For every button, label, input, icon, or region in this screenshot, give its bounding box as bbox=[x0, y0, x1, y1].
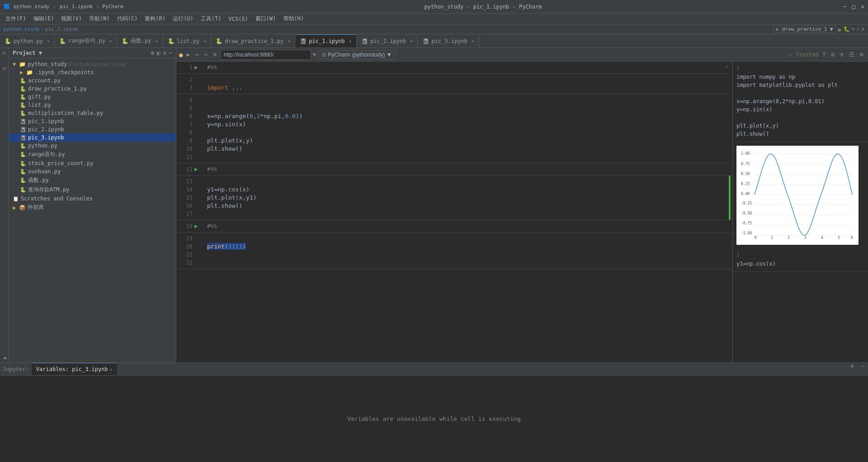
tree-root[interactable]: ▼ 📁 python_study D:\study\python_study bbox=[9, 60, 176, 68]
close-sidebar-icon[interactable]: − bbox=[169, 50, 172, 56]
tab-python-py[interactable]: 🐍 python.py ✕ bbox=[0, 34, 55, 48]
tree-func-py[interactable]: 🐍 函数.py bbox=[9, 176, 176, 185]
settings-btn[interactable]: ⚙ bbox=[830, 50, 837, 59]
svg-text:1: 1 bbox=[771, 236, 773, 240]
run-cell-3[interactable] bbox=[194, 94, 203, 98]
tab-range-py[interactable]: 🐍 range语句.py ✕ bbox=[55, 34, 117, 48]
run-cell-5[interactable] bbox=[194, 176, 203, 179]
menu-window[interactable]: 窗口(W) bbox=[253, 14, 279, 24]
tree-atm-py[interactable]: 🐍 查询存款ATM.py bbox=[9, 185, 176, 195]
close-button[interactable]: ✕ bbox=[861, 3, 864, 10]
cell-5-content[interactable]: y1=np.cos(x) plt.plot(x,y1) plt.show() bbox=[203, 176, 729, 220]
project-icon[interactable]: P bbox=[2, 50, 7, 56]
format-btn[interactable]: T bbox=[821, 50, 828, 59]
tree-draw-py[interactable]: 🐍 draw_practice_1.py bbox=[9, 85, 176, 93]
menu-tools[interactable]: 工具(T) bbox=[198, 14, 224, 24]
run-cell-1[interactable]: ▶ bbox=[194, 62, 203, 73]
list-btn[interactable]: ☰ bbox=[847, 50, 856, 59]
locate-icon[interactable]: ⊕ bbox=[151, 50, 154, 56]
more-actions-button[interactable]: ≡ bbox=[861, 26, 864, 32]
cell-2-content[interactable]: import ... bbox=[203, 74, 732, 94]
bottom-settings-icon[interactable]: ⚙ bbox=[847, 363, 858, 375]
redo-btn[interactable]: ↪ bbox=[203, 50, 210, 59]
collapse-icon[interactable]: ◧ bbox=[157, 50, 160, 56]
tree-gift-py[interactable]: 🐍 gift.py bbox=[9, 93, 176, 101]
tree-pic1-ipynb[interactable]: 📓 pic_1.ipynb bbox=[9, 117, 176, 125]
debug-button[interactable]: 🐛 bbox=[844, 26, 850, 32]
menu-code[interactable]: 代码(C) bbox=[114, 14, 141, 24]
close-icon[interactable]: ✕ bbox=[288, 38, 290, 43]
kernel-button[interactable]: ⊙ PyCharm (pythonstudy) ▼ bbox=[318, 50, 396, 59]
coverage-button[interactable]: ☂ bbox=[852, 26, 855, 32]
bottom-minimize[interactable]: − bbox=[858, 363, 868, 375]
stop-btn[interactable]: ⊕ bbox=[212, 50, 219, 59]
menu-edit[interactable]: 编辑(E) bbox=[31, 14, 57, 24]
menu-file[interactable]: 文件(F) bbox=[3, 14, 29, 24]
tree-stock-py[interactable]: 🐍 stock_price_count.py bbox=[9, 159, 176, 167]
url-dropdown[interactable]: ▼ bbox=[313, 52, 316, 58]
maximize-button[interactable]: □ bbox=[852, 3, 855, 10]
tree-pic3-ipynb[interactable]: 📓 pic_3.ipynb bbox=[9, 133, 176, 142]
cell-3-content[interactable]: x=np.arange(0,2*np.pi,0.01) y=np.sin(x) … bbox=[203, 94, 732, 163]
tree-scratches[interactable]: 📋 Scratches and Consoles bbox=[9, 195, 176, 203]
close-icon[interactable]: ✕ bbox=[156, 38, 158, 43]
menu-view[interactable]: 视图(V) bbox=[58, 14, 85, 24]
tree-python-py[interactable]: 🐍 python.py bbox=[9, 142, 176, 150]
cell-4-content[interactable]: #%% bbox=[203, 163, 732, 175]
undo-btn[interactable]: ↩ bbox=[193, 50, 201, 59]
code-show2: plt.show() bbox=[207, 202, 242, 209]
tree-list-py[interactable]: 🐍 list.py bbox=[9, 101, 176, 109]
close-icon[interactable]: ✕ bbox=[472, 38, 474, 43]
tree-xunhuan-py[interactable]: 🐍 xunhuan.py bbox=[9, 167, 176, 176]
breadcrumb-project[interactable]: python_study bbox=[4, 26, 39, 32]
favorites-icon[interactable]: ★ bbox=[1, 354, 7, 362]
tree-ipynb-checkpoints[interactable]: ▶ 📁 .ipynb_checkpoints bbox=[9, 68, 176, 76]
ipynb-icon: 📓 bbox=[20, 119, 26, 124]
menu-refactor[interactable]: 重构(R) bbox=[142, 14, 168, 24]
tab-draw-py[interactable]: 🐍 draw_practice_1.py ✕ bbox=[211, 34, 295, 48]
menu-vcs[interactable]: VCS(S) bbox=[226, 15, 251, 23]
run-cell-2[interactable] bbox=[194, 74, 203, 77]
menu-run[interactable]: 运行(U) bbox=[170, 14, 196, 24]
tree-pic2-ipynb[interactable]: 📓 pic_2.ipynb bbox=[9, 125, 176, 133]
profile-button[interactable]: ⚡ bbox=[857, 26, 860, 32]
tree-range-py[interactable]: 🐍 range语句.py bbox=[9, 150, 176, 159]
tree-account-py[interactable]: 🐍 account.py bbox=[9, 76, 176, 85]
tree-external-lib[interactable]: ▶ 📦 外部库 bbox=[9, 203, 176, 212]
close-icon[interactable]: ✕ bbox=[109, 38, 112, 43]
cell-1-content[interactable]: #%% bbox=[203, 62, 726, 73]
jupyter-variables-tab[interactable]: Variables: pic_3.ipynb ✕ bbox=[32, 363, 117, 375]
close-icon[interactable]: ✕ bbox=[203, 38, 206, 43]
editor-area[interactable]: 1 ▶ #%% ✓ 2 3 bbox=[176, 62, 732, 362]
run-cell-btn[interactable]: ▶ bbox=[184, 50, 192, 59]
cell-6-content[interactable]: #%% bbox=[203, 220, 732, 232]
url-input[interactable] bbox=[221, 50, 311, 60]
settings-icon[interactable]: ⚙ bbox=[163, 50, 166, 56]
cell-7-content[interactable]: print(1111) bbox=[203, 233, 732, 269]
run-cell-6[interactable]: ▶ bbox=[194, 220, 203, 232]
grid-btn[interactable]: ≡ bbox=[838, 50, 845, 59]
trusted-label[interactable]: Trusted bbox=[796, 52, 819, 58]
close-icon[interactable]: ✕ bbox=[410, 38, 413, 43]
menu-help[interactable]: 帮助(H) bbox=[281, 14, 307, 24]
close-icon[interactable]: ✕ bbox=[349, 39, 352, 44]
run-button[interactable]: ▶ bbox=[838, 26, 842, 33]
tab-pic1-ipynb[interactable]: 📓 pic_1.ipynb ✕ bbox=[295, 34, 357, 48]
close-icon[interactable]: ✕ bbox=[47, 38, 50, 43]
tree-mult-py[interactable]: 🐍 multiplication_table.py bbox=[9, 109, 176, 117]
sidebar-header: Project ▼ ⊕ ◧ ⚙ − bbox=[9, 48, 176, 58]
tab-close[interactable]: ✕ bbox=[110, 367, 113, 372]
expand-btn[interactable]: ⊞ bbox=[858, 50, 865, 59]
import-dots: ... bbox=[232, 84, 242, 91]
menu-navigate[interactable]: 导航(N) bbox=[86, 14, 113, 24]
tab-list-py[interactable]: 🐍 list.py ✕ bbox=[163, 34, 212, 48]
structure-icon[interactable]: S bbox=[2, 66, 7, 71]
run-cell-4[interactable]: ▶ bbox=[194, 163, 203, 175]
tab-func-py[interactable]: 🐍 函数.py ✕ bbox=[117, 34, 163, 48]
breadcrumb-file[interactable]: pic_1.ipynb bbox=[45, 26, 78, 32]
tab-pic3-ipynb[interactable]: 📓 pic_3.ipynb ✕ bbox=[418, 34, 479, 48]
run-config-dropdown[interactable]: ▶ draw_practice_1 ▼ bbox=[773, 25, 836, 33]
minimize-button[interactable]: − bbox=[843, 3, 847, 10]
run-cell-7[interactable] bbox=[194, 233, 203, 236]
tab-pic2-ipynb[interactable]: 📓 pic_2.ipynb ✕ bbox=[357, 34, 418, 48]
